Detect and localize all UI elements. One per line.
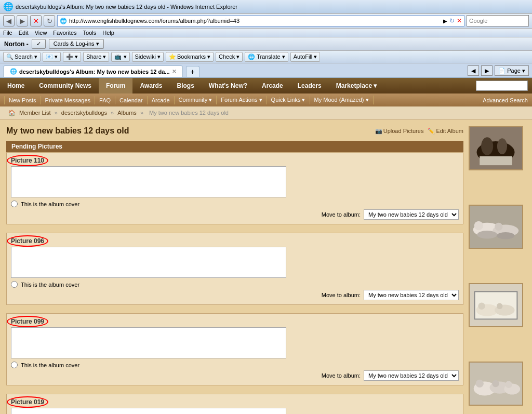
edit-album-btn[interactable]: ✏️ Edit Album	[428, 128, 463, 135]
thumbnail-3[interactable]	[469, 362, 523, 406]
album-cover-radio-2[interactable]	[11, 362, 18, 368]
picture-name-oval-0: Picture 110	[11, 157, 44, 164]
nav-marketplace[interactable]: Marketplace ▾	[329, 78, 384, 94]
refresh-url-button[interactable]: ↻	[449, 17, 455, 24]
norton-cards-btn[interactable]: Cards & Log-ins ▾	[49, 39, 104, 49]
subnav-arcade[interactable]: Arcade	[148, 96, 175, 104]
move-album-select-2[interactable]: My two new babies 12 days old	[364, 370, 459, 381]
refresh-button[interactable]: ↻	[44, 15, 55, 26]
search-bar[interactable]	[467, 15, 529, 26]
page-wrapper: Home Community News Forum Awards Blogs W…	[0, 78, 532, 414]
subnav-my-mood[interactable]: My Mood (Amazed) ▾	[310, 96, 374, 104]
share-label: Share ▾	[86, 54, 106, 60]
picture-name-oval-3: Picture 019	[11, 398, 44, 406]
subnav-quick-links[interactable]: Quick Links ▾	[267, 96, 310, 104]
svg-point-11	[497, 232, 515, 239]
tab-close-btn[interactable]: ✕	[172, 69, 176, 74]
menu-edit[interactable]: Edit	[19, 30, 29, 36]
nav-community-news[interactable]: Community News	[32, 78, 99, 94]
translate-btn[interactable]: 🌐 Translate ▾	[245, 52, 288, 62]
check-label: Check ▾	[219, 54, 240, 60]
sidewiki-label: Sidewiki ▾	[135, 54, 161, 60]
picture-desc-input-0[interactable]	[11, 166, 286, 197]
nav-arcade[interactable]: Arcade	[255, 78, 290, 94]
move-album-row-1: Move to album: My two new babies 12 days…	[11, 290, 459, 300]
nav-whats-new[interactable]: What's New?	[202, 78, 255, 94]
add-toolbar-btn[interactable]: ➕ ▾	[63, 52, 81, 62]
search-toolbar-btn[interactable]: 🔍 Search ▾	[3, 52, 41, 62]
menu-help[interactable]: Help	[102, 30, 114, 36]
menu-file[interactable]: File	[3, 30, 12, 36]
nav-home[interactable]: Home	[0, 78, 32, 94]
active-tab[interactable]: 🌐 desertskybulldogs's Album: My two new …	[3, 65, 183, 77]
subnav-forum-actions[interactable]: Forum Actions ▾	[217, 96, 267, 104]
back-button[interactable]: ◀	[3, 15, 15, 26]
picture-desc-input-1[interactable]	[11, 247, 286, 278]
stop-url-button[interactable]: ✕	[457, 17, 462, 24]
go-button[interactable]: ▶	[443, 18, 447, 24]
picture-entry-0: Picture 110 This is the album cover Move…	[6, 152, 463, 224]
tab-back-btn[interactable]: ◀	[468, 65, 479, 76]
move-label-0: Move to album:	[322, 211, 361, 218]
picture-name-2: Picture 099	[11, 318, 44, 325]
thumbnail-0[interactable]	[469, 126, 523, 170]
breadcrumb-member-list[interactable]: Member List	[19, 110, 51, 116]
album-cover-radio-0[interactable]	[11, 201, 18, 207]
thumbnail-2[interactable]	[469, 283, 523, 327]
breadcrumb-albums[interactable]: Albums	[117, 110, 137, 116]
advanced-search-link[interactable]: Advanced Search	[483, 97, 528, 103]
new-tab-btn[interactable]: +	[186, 66, 200, 77]
check-btn[interactable]: Check ▾	[216, 52, 243, 62]
svg-rect-4	[480, 156, 512, 165]
picture-desc-input-2[interactable]	[11, 327, 286, 358]
move-album-row-0: Move to album: My two new babies 12 days…	[11, 209, 459, 220]
pending-label: Pending Pictures	[11, 143, 62, 150]
bookmarks-label: Bookmarks ▾	[177, 54, 210, 60]
menu-bar: File Edit View Favorites Tools Help	[0, 29, 532, 37]
subnav-new-posts[interactable]: New Posts	[4, 96, 41, 104]
camera-icon: 📷	[375, 128, 382, 135]
subnav-community[interactable]: Community ▾	[175, 96, 217, 104]
email-toolbar-btn[interactable]: 📧 ▾	[43, 52, 61, 62]
share-toolbar-btn[interactable]: Share ▾	[83, 52, 109, 62]
album-cover-label-0: This is the album cover	[21, 201, 79, 207]
album-actions: 📷 Upload Pictures ✏️ Edit Album	[375, 128, 463, 135]
url-input[interactable]	[69, 18, 441, 24]
screen-toolbar-btn[interactable]: 📺 ▾	[111, 52, 129, 62]
google-search-input[interactable]	[467, 18, 528, 24]
thumb-spacer-1	[469, 175, 526, 201]
move-album-select-1[interactable]: My two new babies 12 days old	[364, 290, 459, 300]
nav-awards[interactable]: Awards	[132, 78, 169, 94]
subnav-faq[interactable]: FAQ	[95, 96, 115, 104]
sidewiki-btn[interactable]: Sidewiki ▾	[132, 52, 164, 62]
tab-page-btn[interactable]: 📄 Page ▾	[495, 65, 529, 76]
stop-button[interactable]: ✕	[30, 15, 42, 26]
nav-forum[interactable]: Forum	[99, 78, 132, 94]
autofill-btn[interactable]: AutoFill ▾	[290, 52, 321, 62]
picture-desc-input-3[interactable]	[11, 408, 286, 414]
nav-leaders[interactable]: Leaders	[290, 78, 329, 94]
picture-entry-3: Picture 019	[6, 394, 463, 414]
album-cover-radio-1[interactable]	[11, 281, 18, 288]
picture-name-0: Picture 110	[11, 157, 44, 164]
picture-name-oval-1: Picture 096	[11, 237, 44, 245]
breadcrumb-user[interactable]: desertskybulldogs	[61, 110, 107, 116]
upload-pictures-btn[interactable]: 📷 Upload Pictures	[375, 128, 424, 135]
menu-view[interactable]: View	[35, 30, 47, 36]
address-bar[interactable]: 🌐 ▶ ↻ ✕	[57, 15, 464, 26]
toolbar: 🔍 Search ▾ 📧 ▾ ➕ ▾ Share ▾ 📺 ▾ Sidewiki …	[0, 51, 532, 63]
site-search-input[interactable]	[476, 81, 528, 91]
menu-tools[interactable]: Tools	[83, 30, 97, 36]
subnav-calendar[interactable]: Calendar	[115, 96, 148, 104]
pencil-icon: ✏️	[428, 128, 435, 135]
forward-button[interactable]: ▶	[17, 15, 28, 26]
tab-fwd-btn[interactable]: ▶	[481, 65, 493, 76]
subnav-private-messages[interactable]: Private Messages	[41, 96, 95, 104]
nav-blogs[interactable]: Blogs	[170, 78, 202, 94]
thumbnail-1[interactable]	[469, 205, 523, 249]
pending-section-header: Pending Pictures	[6, 141, 463, 152]
norton-check-btn[interactable]: ✓	[32, 39, 46, 49]
move-album-select-0[interactable]: My two new babies 12 days old	[364, 209, 459, 220]
bookmarks-btn[interactable]: ⭐ Bookmarks ▾	[166, 52, 214, 62]
menu-favorites[interactable]: Favorites	[53, 30, 76, 36]
